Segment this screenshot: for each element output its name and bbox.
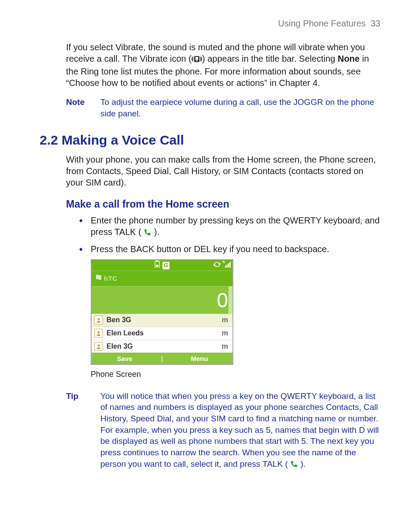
contact-tag: m [222, 329, 228, 338]
svg-rect-2 [196, 60, 197, 61]
phone-contact-list: Ben 3G m Elen Leeds m Elen 3G m [92, 314, 232, 353]
intro-none-bold: None [338, 54, 360, 63]
battery-icon [155, 260, 160, 270]
phone-status-bar: G [92, 260, 232, 271]
list-item: Press the BACK button or DEL key if you … [79, 243, 380, 255]
phone-contact-row[interactable]: Elen Leeds m [92, 327, 232, 340]
note-block: Note To adjust the earpiece volume durin… [66, 97, 380, 119]
contact-icon [94, 316, 103, 324]
sync-icon [213, 261, 221, 270]
gprs-icon: G [162, 262, 169, 269]
phone-contact-row[interactable]: Ben 3G m [92, 314, 232, 327]
phone-brand-text: hTC [104, 274, 118, 283]
vibrate-icon [192, 54, 202, 66]
contact-tag: m [222, 342, 228, 351]
softkey-menu[interactable]: Menu [166, 353, 232, 364]
svg-point-11 [98, 331, 100, 334]
svg-rect-8 [228, 263, 229, 268]
section-body: With your phone, you can make calls from… [66, 154, 380, 188]
tip-body-a: You will notice that when you press a ke… [100, 391, 379, 469]
list-item: Enter the phone number by pressing keys … [79, 215, 380, 239]
phone-contact-row[interactable]: Elen 3G m [92, 340, 232, 353]
note-body: To adjust the earpiece volume during a c… [100, 97, 380, 119]
tip-body-b: ). [298, 459, 306, 469]
svg-rect-7 [227, 264, 228, 268]
note-label: Note [66, 97, 89, 119]
tip-body: You will notice that when you press a ke… [100, 391, 380, 471]
tip-label: Tip [66, 391, 89, 471]
talk-icon [144, 227, 151, 239]
phone-dialer-display: 0 [92, 286, 232, 314]
dialed-number: 0 [217, 290, 228, 310]
page-number: 33 [371, 19, 380, 28]
signal-icon [223, 260, 231, 270]
phone-screen-figure: G hTC 0 Ben 3G m Elen Leeds [91, 259, 233, 365]
intro-text-b: ) appears in the title bar. Selecting [202, 54, 338, 63]
phone-screen: G hTC 0 Ben 3G m Elen Leeds [91, 259, 233, 365]
contact-tag: m [222, 316, 228, 325]
bullet-1a: Enter the phone number by pressing keys … [91, 216, 379, 237]
phone-softkey-bar: Save | Menu [92, 353, 232, 364]
tip-block: Tip You will notice that when you press … [66, 391, 380, 471]
subsection-heading: Make a call from the Home screen [66, 198, 380, 211]
contact-name: Elen Leeds [107, 329, 222, 338]
talk-icon [290, 460, 298, 471]
section-heading: 2.2 Making a Voice Call [40, 131, 380, 149]
contact-name: Elen 3G [107, 342, 222, 351]
svg-point-10 [98, 318, 100, 320]
figure-caption: Phone Screen [91, 369, 380, 379]
windows-logo-icon [95, 274, 102, 283]
softkey-save[interactable]: Save [92, 353, 158, 364]
svg-point-12 [98, 345, 100, 347]
softkey-divider: | [158, 353, 166, 364]
contact-name: Ben 3G [107, 316, 222, 325]
scrollbar[interactable] [228, 286, 232, 314]
chapter-name: Using Phone Features [278, 19, 366, 28]
bullet-1b: ). [151, 227, 159, 237]
contact-icon [94, 329, 103, 338]
svg-rect-1 [195, 57, 198, 60]
page-header: Using Phone Features 33 [40, 18, 380, 29]
instruction-list: Enter the phone number by pressing keys … [79, 215, 380, 255]
svg-rect-5 [156, 265, 158, 267]
contact-icon [94, 342, 103, 351]
svg-rect-6 [225, 266, 226, 268]
svg-rect-9 [230, 262, 231, 268]
phone-brand-row: hTC [92, 271, 232, 286]
intro-paragraph: If you select Vibrate, the sound is mute… [66, 41, 380, 89]
